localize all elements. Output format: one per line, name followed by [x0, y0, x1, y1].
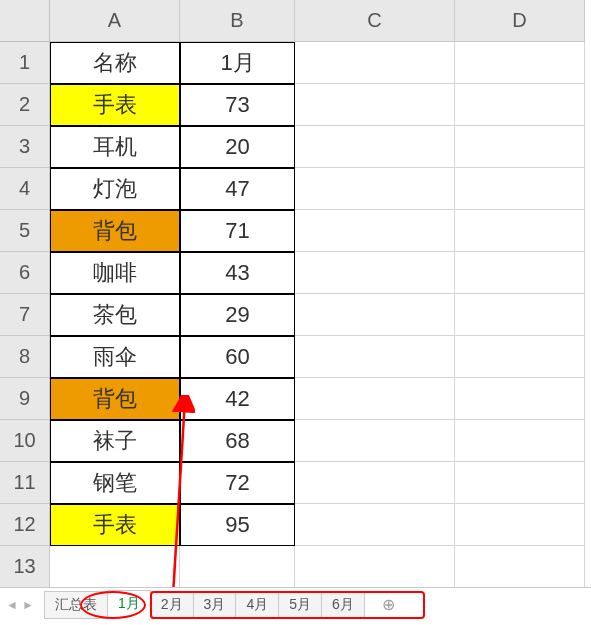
col-header-c[interactable]: C: [295, 0, 455, 42]
sheet-tab-bar: ◄ ► 汇总表 1月 2月 3月 4月 5月 6月 ⊕: [0, 587, 591, 621]
cell-a4[interactable]: 灯泡: [50, 168, 180, 210]
cell-d1[interactable]: [455, 42, 585, 84]
spreadsheet-grid[interactable]: A B C D 1 名称 1月 2 手表 73 3 耳机 20 4 灯泡 47 …: [0, 0, 591, 588]
cell-c12[interactable]: [295, 504, 455, 546]
cell-c11[interactable]: [295, 462, 455, 504]
select-all-corner[interactable]: [0, 0, 50, 42]
cell-a5[interactable]: 背包: [50, 210, 180, 252]
tab-month-4[interactable]: 4月: [236, 591, 279, 619]
row-header-7[interactable]: 7: [0, 294, 50, 336]
cell-b1[interactable]: 1月: [180, 42, 295, 84]
cell-b13[interactable]: [180, 546, 295, 588]
cell-b2[interactable]: 73: [180, 84, 295, 126]
cell-c4[interactable]: [295, 168, 455, 210]
cell-d7[interactable]: [455, 294, 585, 336]
cell-a7[interactable]: 茶包: [50, 294, 180, 336]
cell-b3[interactable]: 20: [180, 126, 295, 168]
cell-b12[interactable]: 95: [180, 504, 295, 546]
tab-month-3[interactable]: 3月: [194, 591, 237, 619]
cell-d9[interactable]: [455, 378, 585, 420]
cell-b4[interactable]: 47: [180, 168, 295, 210]
cell-c8[interactable]: [295, 336, 455, 378]
col-header-d[interactable]: D: [455, 0, 585, 42]
cell-d2[interactable]: [455, 84, 585, 126]
tab-nav-prev-icon[interactable]: ►: [20, 594, 36, 616]
cell-d3[interactable]: [455, 126, 585, 168]
row-header-11[interactable]: 11: [0, 462, 50, 504]
cell-a10[interactable]: 袜子: [50, 420, 180, 462]
cell-c7[interactable]: [295, 294, 455, 336]
row-header-2[interactable]: 2: [0, 84, 50, 126]
cell-c3[interactable]: [295, 126, 455, 168]
cell-c9[interactable]: [295, 378, 455, 420]
cell-d12[interactable]: [455, 504, 585, 546]
row-header-10[interactable]: 10: [0, 420, 50, 462]
row-header-1[interactable]: 1: [0, 42, 50, 84]
row-header-12[interactable]: 12: [0, 504, 50, 546]
cell-a12[interactable]: 手表: [50, 504, 180, 546]
row-header-3[interactable]: 3: [0, 126, 50, 168]
tab-month-6[interactable]: 6月: [322, 591, 365, 619]
cell-c10[interactable]: [295, 420, 455, 462]
col-header-b[interactable]: B: [180, 0, 295, 42]
cell-d13[interactable]: [455, 546, 585, 588]
cell-b9[interactable]: 42: [180, 378, 295, 420]
row-header-13[interactable]: 13: [0, 546, 50, 588]
add-sheet-button[interactable]: ⊕: [377, 593, 401, 617]
cell-d8[interactable]: [455, 336, 585, 378]
cell-c5[interactable]: [295, 210, 455, 252]
cell-b5[interactable]: 71: [180, 210, 295, 252]
tab-month-2[interactable]: 2月: [151, 591, 194, 619]
cell-c13[interactable]: [295, 546, 455, 588]
cell-d5[interactable]: [455, 210, 585, 252]
cell-a9[interactable]: 背包: [50, 378, 180, 420]
tab-summary[interactable]: 汇总表: [44, 591, 108, 619]
col-header-a[interactable]: A: [50, 0, 180, 42]
cell-d11[interactable]: [455, 462, 585, 504]
row-header-5[interactable]: 5: [0, 210, 50, 252]
cell-b7[interactable]: 29: [180, 294, 295, 336]
tab-nav-first-icon[interactable]: ◄: [4, 594, 20, 616]
cell-b11[interactable]: 72: [180, 462, 295, 504]
tab-month-1[interactable]: 1月: [108, 590, 151, 619]
row-header-9[interactable]: 9: [0, 378, 50, 420]
cell-b8[interactable]: 60: [180, 336, 295, 378]
cell-a2[interactable]: 手表: [50, 84, 180, 126]
cell-c2[interactable]: [295, 84, 455, 126]
cell-d4[interactable]: [455, 168, 585, 210]
cell-c1[interactable]: [295, 42, 455, 84]
cell-a11[interactable]: 钢笔: [50, 462, 180, 504]
cell-a3[interactable]: 耳机: [50, 126, 180, 168]
cell-c6[interactable]: [295, 252, 455, 294]
cell-a1[interactable]: 名称: [50, 42, 180, 84]
cell-a13[interactable]: [50, 546, 180, 588]
cell-d6[interactable]: [455, 252, 585, 294]
row-header-4[interactable]: 4: [0, 168, 50, 210]
cell-b10[interactable]: 68: [180, 420, 295, 462]
cell-a8[interactable]: 雨伞: [50, 336, 180, 378]
cell-a6[interactable]: 咖啡: [50, 252, 180, 294]
row-header-8[interactable]: 8: [0, 336, 50, 378]
cell-b6[interactable]: 43: [180, 252, 295, 294]
tab-month-5[interactable]: 5月: [279, 591, 322, 619]
row-header-6[interactable]: 6: [0, 252, 50, 294]
cell-d10[interactable]: [455, 420, 585, 462]
